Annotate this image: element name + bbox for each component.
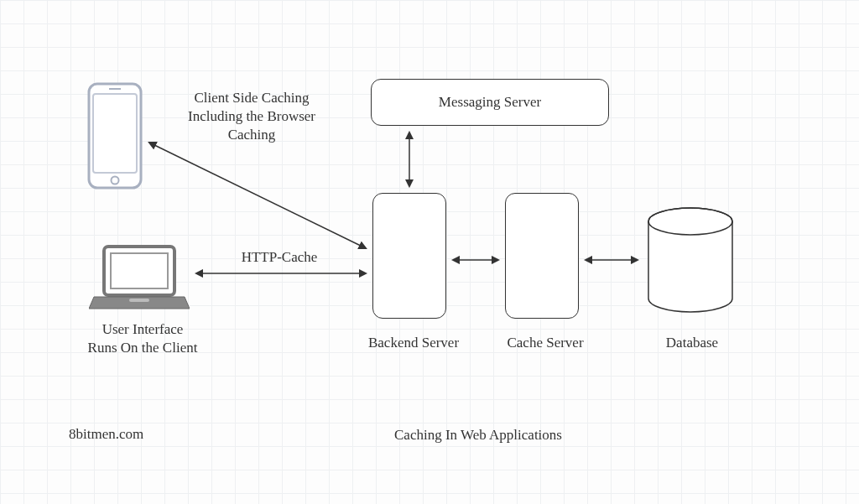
attribution: 8bitmen.com bbox=[69, 426, 143, 443]
attribution-text: 8bitmen.com bbox=[69, 426, 143, 442]
arrow-phone-backend bbox=[149, 143, 366, 248]
diagram-title-text: Caching In Web Applications bbox=[394, 427, 562, 443]
diagram-title: Caching In Web Applications bbox=[352, 426, 604, 444]
